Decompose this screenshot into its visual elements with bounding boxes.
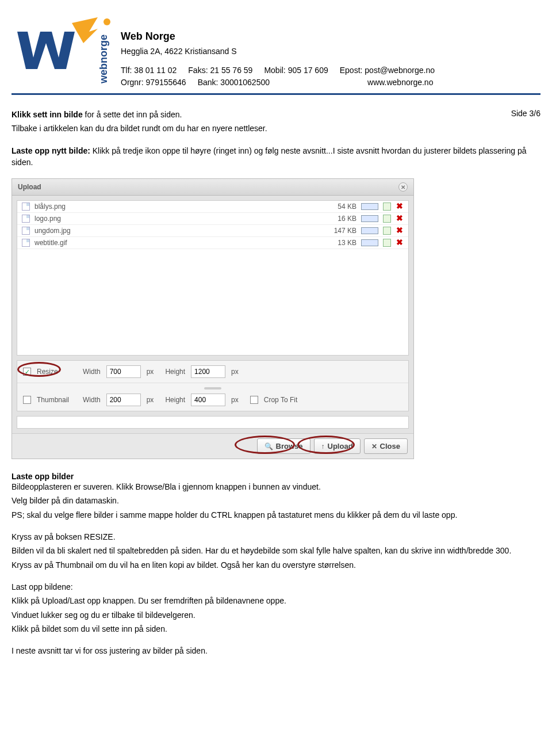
file-icon bbox=[22, 239, 30, 247]
crop-label: Crop To Fit bbox=[264, 396, 297, 404]
body-text: I neste avsnitt tar vi for oss justering… bbox=[12, 645, 540, 656]
intro-line-3: Laste opp nytt bilde: Klikk på tredje ik… bbox=[12, 145, 540, 169]
resize-checkbox[interactable]: ✓ bbox=[23, 368, 31, 376]
progress-bar bbox=[361, 203, 378, 210]
add-icon[interactable] bbox=[383, 215, 391, 223]
body-text: Kryss av på boksen RESIZE. bbox=[12, 531, 540, 543]
crop-checkbox[interactable] bbox=[250, 396, 258, 404]
contact-row-2: Orgnr: 979155646 Bank: 30001062500 www.w… bbox=[121, 77, 435, 89]
progress-bar bbox=[361, 239, 378, 246]
file-row: blålys.png 54 KB ✖ bbox=[17, 201, 408, 213]
file-name: blålys.png bbox=[34, 203, 316, 211]
browse-button[interactable]: 🔍 Browse bbox=[257, 438, 310, 454]
delete-icon[interactable]: ✖ bbox=[396, 215, 404, 223]
upload-options: ✓ Resize Width px Height px Thumbnail Wi… bbox=[17, 360, 409, 411]
resize-row: ✓ Resize Width px Height px bbox=[17, 361, 408, 383]
file-icon bbox=[22, 203, 30, 211]
file-row: logo.png 16 KB ✖ bbox=[17, 213, 408, 225]
close-icon: ✕ bbox=[371, 442, 377, 450]
company-address: Hegglia 2A, 4622 Kristiansand S bbox=[121, 45, 435, 58]
body-text: Klikk på bildet som du vil sette inn på … bbox=[12, 623, 540, 635]
body-text: Last opp bildene: bbox=[12, 581, 540, 593]
file-size: 147 KB bbox=[316, 227, 356, 235]
resize-height-input[interactable] bbox=[191, 365, 225, 378]
divider bbox=[12, 93, 540, 95]
body-text: Velg bilder på din datamaskin. bbox=[12, 495, 540, 506]
resize-label: Resize bbox=[37, 368, 77, 376]
thumb-width-input[interactable] bbox=[106, 394, 141, 406]
file-list: blålys.png 54 KB ✖ logo.png 16 KB ✖ ungd… bbox=[17, 200, 409, 356]
file-size: 16 KB bbox=[316, 215, 356, 223]
close-button[interactable]: ✕ Close bbox=[364, 438, 408, 454]
thumbnail-row: Thumbnail Width px Height px Crop To Fit bbox=[17, 389, 408, 411]
upload-window: Upload ✕ blålys.png 54 KB ✖ logo.png 16 … bbox=[12, 178, 414, 459]
body-text: Klikk på Upload/Last opp knappen. Du ser… bbox=[12, 595, 540, 606]
body-text: Kryss av på Thumbnail om du vil ha en li… bbox=[12, 559, 540, 571]
file-size: 54 KB bbox=[316, 203, 356, 211]
file-icon bbox=[22, 215, 30, 223]
intro-line-2: Tilbake i artikkelen kan du dra bildet r… bbox=[12, 123, 540, 134]
section-title: Laste opp bilder bbox=[12, 472, 540, 481]
progress-bar bbox=[361, 227, 378, 234]
svg-point-2 bbox=[103, 18, 110, 25]
body-text: Bildeopplasteren er suveren. Klikk Brows… bbox=[12, 481, 540, 492]
file-name: webtitle.gif bbox=[34, 239, 316, 247]
delete-icon[interactable]: ✖ bbox=[396, 227, 404, 235]
company-info: Web Norge Hegglia 2A, 4622 Kristiansand … bbox=[121, 12, 435, 89]
progress-bar bbox=[361, 215, 378, 222]
svg-text:webnorge: webnorge bbox=[98, 35, 109, 84]
upload-title: Upload bbox=[18, 183, 41, 191]
upload-titlebar: Upload ✕ bbox=[12, 179, 413, 196]
add-icon[interactable] bbox=[383, 203, 391, 211]
close-icon[interactable]: ✕ bbox=[398, 182, 408, 192]
file-row: webtitle.gif 13 KB ✖ bbox=[17, 237, 408, 249]
file-row: ungdom.jpg 147 KB ✖ bbox=[17, 225, 408, 237]
add-icon[interactable] bbox=[383, 227, 391, 235]
file-name: ungdom.jpg bbox=[34, 227, 316, 235]
page-number: Side 3/6 bbox=[511, 109, 540, 118]
company-name: Web Norge bbox=[121, 29, 435, 44]
thumbnail-checkbox[interactable] bbox=[23, 396, 31, 404]
search-icon: 🔍 bbox=[264, 442, 273, 450]
body-text: Bilden vil da bli skalert ned til spalte… bbox=[12, 545, 540, 556]
path-bar[interactable] bbox=[17, 416, 409, 429]
resize-width-input[interactable] bbox=[106, 365, 141, 378]
thumb-height-input[interactable] bbox=[191, 394, 225, 406]
upload-buttons: 🔍 Browse ↑ Upload ✕ Close bbox=[12, 433, 413, 459]
logo: webnorge bbox=[12, 12, 115, 88]
delete-icon[interactable]: ✖ bbox=[396, 203, 404, 211]
upload-button[interactable]: ↑ Upload bbox=[314, 438, 361, 454]
page-header: webnorge Web Norge Hegglia 2A, 4622 Kris… bbox=[12, 12, 540, 89]
contact-row-1: Tlf: 38 01 11 02 Faks: 21 55 76 59 Mobil… bbox=[121, 64, 435, 77]
body-text: Vinduet lukker seg og du er tilbake til … bbox=[12, 609, 540, 621]
file-size: 13 KB bbox=[316, 239, 356, 247]
upload-icon: ↑ bbox=[321, 442, 325, 450]
body-text: PS; skal du velge flere bilder i samme m… bbox=[12, 509, 540, 521]
delete-icon[interactable]: ✖ bbox=[396, 239, 404, 247]
thumbnail-label: Thumbnail bbox=[37, 396, 77, 404]
file-icon bbox=[22, 227, 30, 235]
add-icon[interactable] bbox=[383, 239, 391, 247]
file-name: logo.png bbox=[34, 215, 316, 223]
intro-line-1: Klikk sett inn bilde for å sette det inn… bbox=[12, 109, 540, 120]
